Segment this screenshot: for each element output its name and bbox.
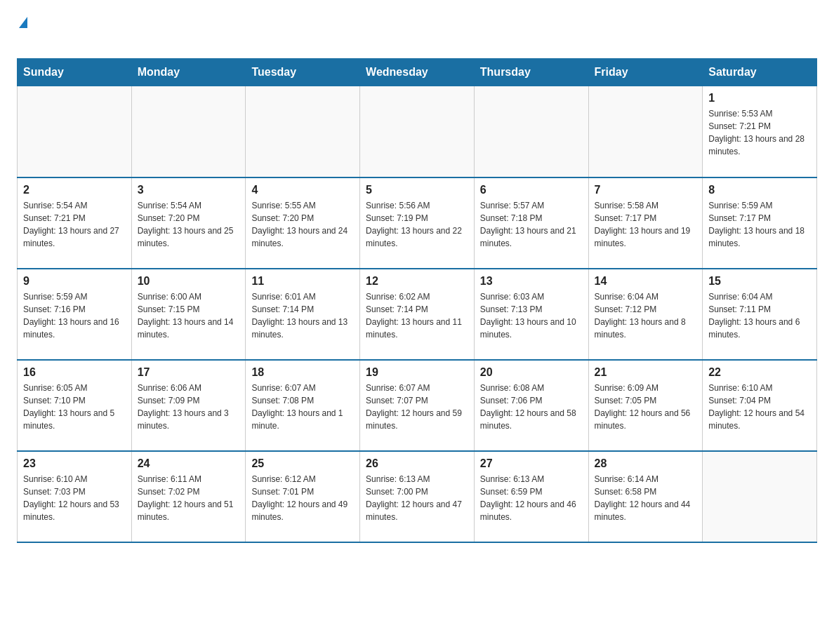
- col-saturday: Saturday: [703, 59, 817, 86]
- day-number: 28: [595, 457, 697, 470]
- day-number: 24: [138, 457, 240, 470]
- calendar-header-row: Sunday Monday Tuesday Wednesday Thursday…: [18, 59, 817, 86]
- calendar-cell: 3Sunrise: 5:54 AMSunset: 7:20 PMDaylight…: [131, 177, 246, 269]
- calendar-cell: 14Sunrise: 6:04 AMSunset: 7:12 PMDayligh…: [588, 269, 703, 360]
- calendar-cell: [588, 86, 703, 177]
- calendar-week-row: 1Sunrise: 5:53 AMSunset: 7:21 PMDaylight…: [18, 86, 817, 177]
- day-number: 5: [366, 184, 468, 196]
- calendar-week-row: 16Sunrise: 6:05 AMSunset: 7:10 PMDayligh…: [18, 360, 817, 451]
- day-info: Sunrise: 6:03 AMSunset: 7:13 PMDaylight:…: [480, 290, 583, 341]
- calendar-week-row: 23Sunrise: 6:10 AMSunset: 7:03 PMDayligh…: [18, 451, 817, 542]
- day-number: 15: [708, 275, 811, 288]
- day-number: 10: [138, 275, 240, 288]
- col-sunday: Sunday: [18, 59, 132, 86]
- day-info: Sunrise: 6:12 AMSunset: 7:01 PMDaylight:…: [251, 473, 354, 523]
- calendar-cell: 12Sunrise: 6:02 AMSunset: 7:14 PMDayligh…: [360, 269, 475, 360]
- calendar-cell: 23Sunrise: 6:10 AMSunset: 7:03 PMDayligh…: [18, 451, 132, 542]
- day-info: Sunrise: 6:09 AMSunset: 7:05 PMDaylight:…: [595, 382, 697, 432]
- day-number: 19: [366, 366, 468, 379]
- day-info: Sunrise: 6:05 AMSunset: 7:10 PMDaylight:…: [23, 382, 126, 432]
- calendar-cell: 27Sunrise: 6:13 AMSunset: 6:59 PMDayligh…: [474, 451, 588, 542]
- day-number: 27: [480, 457, 583, 470]
- day-info: Sunrise: 6:11 AMSunset: 7:02 PMDaylight:…: [138, 473, 240, 523]
- day-info: Sunrise: 6:14 AMSunset: 6:58 PMDaylight:…: [595, 473, 697, 523]
- calendar-cell: 15Sunrise: 6:04 AMSunset: 7:11 PMDayligh…: [703, 269, 817, 360]
- calendar-cell: 10Sunrise: 6:00 AMSunset: 7:15 PMDayligh…: [131, 269, 246, 360]
- calendar-cell: [474, 86, 588, 177]
- calendar-cell: 19Sunrise: 6:07 AMSunset: 7:07 PMDayligh…: [360, 360, 475, 451]
- calendar-cell: 7Sunrise: 5:58 AMSunset: 7:17 PMDaylight…: [588, 177, 703, 269]
- calendar-cell: [360, 86, 475, 177]
- col-friday: Friday: [588, 59, 703, 86]
- calendar-cell: [703, 451, 817, 542]
- calendar-table: Sunday Monday Tuesday Wednesday Thursday…: [17, 58, 817, 543]
- day-number: 20: [480, 366, 583, 379]
- calendar-cell: 11Sunrise: 6:01 AMSunset: 7:14 PMDayligh…: [246, 269, 360, 360]
- day-info: Sunrise: 5:54 AMSunset: 7:21 PMDaylight:…: [23, 199, 126, 250]
- day-number: 17: [138, 366, 240, 379]
- day-number: 14: [595, 275, 697, 288]
- day-info: Sunrise: 6:06 AMSunset: 7:09 PMDaylight:…: [138, 382, 240, 432]
- day-number: 16: [23, 366, 126, 379]
- day-info: Sunrise: 6:07 AMSunset: 7:08 PMDaylight:…: [251, 382, 354, 432]
- calendar-cell: [246, 86, 360, 177]
- day-info: Sunrise: 6:02 AMSunset: 7:14 PMDaylight:…: [366, 290, 468, 341]
- day-number: 7: [595, 184, 697, 196]
- calendar-cell: 8Sunrise: 5:59 AMSunset: 7:17 PMDaylight…: [703, 177, 817, 269]
- col-tuesday: Tuesday: [246, 59, 360, 86]
- calendar-cell: 17Sunrise: 6:06 AMSunset: 7:09 PMDayligh…: [131, 360, 246, 451]
- calendar-cell: 22Sunrise: 6:10 AMSunset: 7:04 PMDayligh…: [703, 360, 817, 451]
- day-info: Sunrise: 5:59 AMSunset: 7:16 PMDaylight:…: [23, 290, 126, 341]
- calendar-cell: 24Sunrise: 6:11 AMSunset: 7:02 PMDayligh…: [131, 451, 246, 542]
- col-thursday: Thursday: [474, 59, 588, 86]
- day-info: Sunrise: 6:10 AMSunset: 7:03 PMDaylight:…: [23, 473, 126, 523]
- col-wednesday: Wednesday: [360, 59, 475, 86]
- calendar-cell: 1Sunrise: 5:53 AMSunset: 7:21 PMDaylight…: [703, 86, 817, 177]
- day-number: 25: [251, 457, 354, 470]
- day-number: 1: [708, 92, 811, 105]
- col-monday: Monday: [131, 59, 246, 86]
- calendar-cell: 5Sunrise: 5:56 AMSunset: 7:19 PMDaylight…: [360, 177, 475, 269]
- day-info: Sunrise: 6:10 AMSunset: 7:04 PMDaylight:…: [708, 382, 811, 432]
- calendar-cell: 2Sunrise: 5:54 AMSunset: 7:21 PMDaylight…: [18, 177, 132, 269]
- day-info: Sunrise: 6:08 AMSunset: 7:06 PMDaylight:…: [480, 382, 583, 432]
- day-number: 4: [251, 184, 354, 196]
- calendar-cell: 18Sunrise: 6:07 AMSunset: 7:08 PMDayligh…: [246, 360, 360, 451]
- day-info: Sunrise: 6:13 AMSunset: 6:59 PMDaylight:…: [480, 473, 583, 523]
- day-info: Sunrise: 5:59 AMSunset: 7:17 PMDaylight:…: [708, 199, 811, 250]
- calendar-cell: 13Sunrise: 6:03 AMSunset: 7:13 PMDayligh…: [474, 269, 588, 360]
- calendar-cell: 28Sunrise: 6:14 AMSunset: 6:58 PMDayligh…: [588, 451, 703, 542]
- day-info: Sunrise: 6:01 AMSunset: 7:14 PMDaylight:…: [251, 290, 354, 341]
- day-number: 8: [708, 184, 811, 196]
- calendar-cell: 9Sunrise: 5:59 AMSunset: 7:16 PMDaylight…: [18, 269, 132, 360]
- day-info: Sunrise: 5:57 AMSunset: 7:18 PMDaylight:…: [480, 199, 583, 250]
- day-info: Sunrise: 5:53 AMSunset: 7:21 PMDaylight:…: [708, 107, 811, 158]
- day-number: 12: [366, 275, 468, 288]
- page-header: [17, 17, 817, 51]
- day-number: 3: [138, 184, 240, 196]
- day-info: Sunrise: 6:04 AMSunset: 7:11 PMDaylight:…: [708, 290, 811, 341]
- day-number: 18: [251, 366, 354, 379]
- calendar-cell: 20Sunrise: 6:08 AMSunset: 7:06 PMDayligh…: [474, 360, 588, 451]
- day-info: Sunrise: 6:13 AMSunset: 7:00 PMDaylight:…: [366, 473, 468, 523]
- day-info: Sunrise: 5:58 AMSunset: 7:17 PMDaylight:…: [595, 199, 697, 250]
- calendar-week-row: 2Sunrise: 5:54 AMSunset: 7:21 PMDaylight…: [18, 177, 817, 269]
- day-info: Sunrise: 6:00 AMSunset: 7:15 PMDaylight:…: [138, 290, 240, 341]
- calendar-cell: 21Sunrise: 6:09 AMSunset: 7:05 PMDayligh…: [588, 360, 703, 451]
- day-info: Sunrise: 5:55 AMSunset: 7:20 PMDaylight:…: [251, 199, 354, 250]
- day-number: 26: [366, 457, 468, 470]
- calendar-cell: 6Sunrise: 5:57 AMSunset: 7:18 PMDaylight…: [474, 177, 588, 269]
- day-number: 23: [23, 457, 126, 470]
- day-number: 11: [251, 275, 354, 288]
- calendar-cell: [131, 86, 246, 177]
- day-number: 2: [23, 184, 126, 196]
- calendar-cell: 25Sunrise: 6:12 AMSunset: 7:01 PMDayligh…: [246, 451, 360, 542]
- day-number: 21: [595, 366, 697, 379]
- day-number: 6: [480, 184, 583, 196]
- calendar-week-row: 9Sunrise: 5:59 AMSunset: 7:16 PMDaylight…: [18, 269, 817, 360]
- day-number: 22: [708, 366, 811, 379]
- day-info: Sunrise: 6:07 AMSunset: 7:07 PMDaylight:…: [366, 382, 468, 432]
- logo-triangle-icon: [19, 17, 27, 28]
- day-number: 9: [23, 275, 126, 288]
- day-info: Sunrise: 6:04 AMSunset: 7:12 PMDaylight:…: [595, 290, 697, 341]
